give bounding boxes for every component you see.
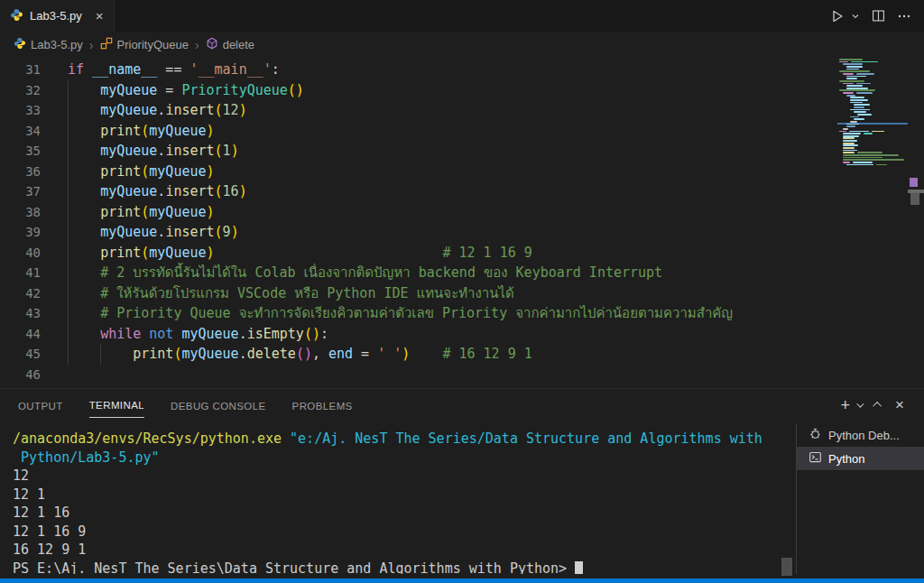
code-line[interactable]: 33 myQueue.insert(12) (0, 100, 837, 121)
code-text: # Priority Queue จะทำการจัดเรียงคิวตามค่… (68, 303, 733, 324)
minimap-line (846, 95, 855, 97)
run-dropdown-chevron-icon[interactable] (851, 12, 860, 21)
editor-scrollbar[interactable] (908, 58, 924, 388)
terminal-line: 12 1 (13, 486, 796, 504)
line-number[interactable]: 33 (0, 100, 41, 121)
tab-close-icon[interactable]: × (96, 8, 104, 23)
minimap-line (843, 83, 854, 85)
minimap[interactable] (837, 58, 908, 388)
split-editor-icon[interactable] (872, 9, 885, 23)
terminal-list-label: Python (828, 452, 864, 466)
code-line[interactable]: 46 (0, 365, 837, 385)
code-editor[interactable]: 31if __name__ == '__main__':32 myQueue =… (0, 58, 924, 388)
minimap-line (850, 102, 863, 104)
code-line[interactable]: 39 myQueue.insert(9) (0, 222, 837, 243)
line-number[interactable]: 44 (0, 324, 41, 345)
panel-tab-terminal[interactable]: TERMINAL (89, 392, 144, 418)
minimap-line (839, 59, 863, 60)
line-number[interactable]: 31 (0, 60, 41, 80)
code-line[interactable]: 45 print(myQueue.delete(), end = ' ') # … (0, 344, 837, 365)
code-text: print(myQueue) (68, 121, 215, 142)
panel-tab-debug-console[interactable]: DEBUG CONSOLE (171, 393, 266, 418)
terminal-scrollbar[interactable] (781, 558, 792, 576)
minimap-line (843, 144, 858, 146)
minimap-line (846, 66, 863, 68)
indent-guide (68, 80, 69, 365)
minimap-line (856, 92, 873, 94)
overview-ruler-marker (910, 178, 918, 187)
tab-lab3-5[interactable]: Lab3-5.py × (0, 0, 115, 32)
minimap-line (839, 131, 846, 133)
panel-tab-output[interactable]: OUTPUT (18, 393, 63, 418)
minimap-line (856, 73, 874, 75)
breadcrumb-class[interactable]: PriorityQueue (100, 37, 189, 52)
run-button[interactable] (830, 9, 845, 23)
breadcrumb-file[interactable]: Lab3-5.py (14, 37, 83, 52)
minimap-line (846, 78, 857, 79)
terminal-list-item-python[interactable]: Python (797, 447, 924, 470)
line-number[interactable]: 34 (0, 121, 41, 142)
more-actions-icon[interactable] (897, 9, 911, 23)
code-line[interactable]: 34 print(myQueue) (0, 121, 837, 142)
minimap-line (846, 125, 855, 127)
code-text: print(myQueue) (68, 202, 215, 223)
line-number[interactable]: 42 (0, 283, 41, 304)
breadcrumb-separator: › (89, 38, 94, 52)
code-text: if __name__ == '__main__': (68, 60, 280, 80)
minimap-line (850, 116, 859, 118)
new-terminal-icon[interactable]: + (841, 397, 851, 413)
terminal-list-item-python-deb-[interactable]: Python Deb... (797, 423, 924, 447)
minimap-line (872, 131, 884, 133)
line-number[interactable]: 43 (0, 303, 41, 324)
line-number[interactable]: 32 (0, 80, 41, 101)
line-number[interactable]: 46 (0, 365, 41, 385)
minimap-line (846, 124, 859, 125)
code-line[interactable]: 31if __name__ == '__main__': (0, 60, 837, 80)
minimap-line (839, 89, 875, 91)
line-number[interactable]: 45 (0, 344, 41, 365)
close-panel-icon[interactable]: × (895, 397, 904, 412)
code-line[interactable]: 38 print(myQueue) (0, 202, 837, 223)
minimap-line (854, 104, 870, 106)
minimap-line (854, 111, 866, 113)
line-number[interactable]: 41 (0, 263, 41, 283)
line-number[interactable]: 38 (0, 202, 41, 223)
line-number[interactable]: 39 (0, 222, 41, 243)
scrollbar-handle[interactable] (910, 193, 919, 205)
code-line[interactable]: 43 # Priority Queue จะทำการจัดเรียงคิวตา… (0, 303, 837, 324)
code-line[interactable]: 42 # ให้รันด้วยโปรแกรม VSCode หรือ Pytho… (0, 283, 837, 304)
minimap-line (843, 135, 859, 137)
line-number[interactable]: 40 (0, 243, 41, 264)
editor-tab-bar: Lab3-5.py × (0, 0, 924, 32)
minimap-line (843, 92, 854, 94)
line-number[interactable]: 37 (0, 181, 41, 202)
minimap-line (876, 164, 887, 166)
code-line[interactable]: 32 myQueue = PriorityQueue() (0, 80, 837, 101)
minimap-line (850, 97, 864, 98)
code-line[interactable]: 35 myQueue.insert(1) (0, 141, 837, 162)
minimap-line (843, 63, 863, 65)
indent-guide (100, 344, 101, 365)
code-line[interactable]: 36 print(myQueue) (0, 162, 837, 182)
terminal-dropdown-chevron-icon[interactable] (856, 400, 864, 407)
code-line[interactable]: 41 # 2 บรรทัดนี้รันไม่ได้ใน Colab เนื่อง… (0, 263, 837, 283)
minimap-line (850, 109, 870, 111)
maximize-panel-icon[interactable] (873, 402, 882, 411)
panel-tab-problems[interactable]: PROBLEMS (292, 393, 353, 418)
code-text: myQueue = PriorityQueue() (68, 80, 304, 101)
breadcrumb-method[interactable]: delete (206, 37, 254, 52)
minimap-line (857, 152, 882, 153)
code-line[interactable]: 37 myQueue.insert(16) (0, 181, 837, 202)
minimap-line (856, 83, 871, 85)
code-line[interactable]: 40 print(myQueue) # 12 1 16 9 (0, 243, 837, 264)
terminal-output[interactable]: /anaconda3/envs/RecSys/python.exe "e:/Aj… (0, 421, 796, 574)
minimap-line (849, 131, 869, 133)
line-number[interactable]: 36 (0, 162, 41, 182)
terminal-cursor (575, 561, 583, 575)
terminal-line: 12 (13, 467, 796, 486)
line-number[interactable]: 35 (0, 141, 41, 162)
minimap-line (846, 85, 863, 87)
minimap-line (839, 61, 848, 63)
debug-icon (808, 427, 822, 443)
code-line[interactable]: 44 while not myQueue.isEmpty(): (0, 324, 837, 345)
